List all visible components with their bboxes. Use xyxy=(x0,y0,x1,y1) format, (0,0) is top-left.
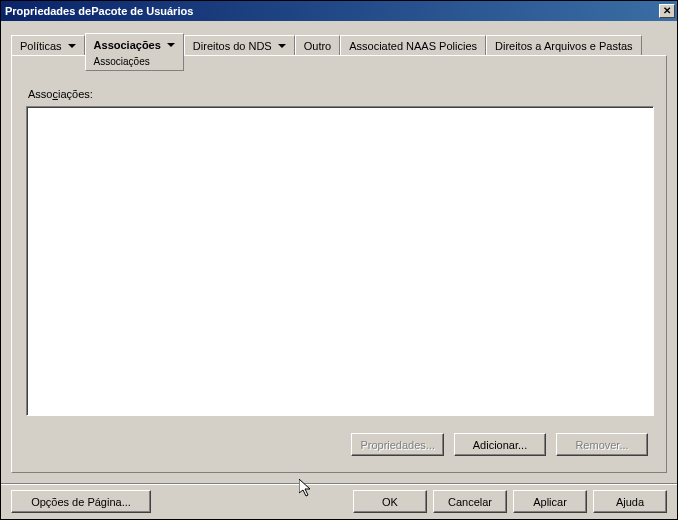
add-button[interactable]: Adicionar... xyxy=(454,433,546,456)
tab-label: Outro xyxy=(304,40,332,52)
page-options-button[interactable]: Opções de Página... xyxy=(11,490,151,513)
chevron-down-icon xyxy=(167,43,175,47)
button-label: Remover... xyxy=(575,439,628,451)
chevron-down-icon xyxy=(68,44,76,48)
tab-direitos-arquivos[interactable]: Direitos a Arquivos e Pastas xyxy=(486,35,642,55)
associations-label: Associações: xyxy=(28,88,93,100)
apply-button[interactable]: Aplicar xyxy=(513,490,587,513)
dialog-button-bar: Opções de Página... OK Cancelar Aplicar … xyxy=(1,483,677,519)
tab-label: Políticas xyxy=(20,40,62,52)
tab-associacoes[interactable]: Associações Associações xyxy=(85,33,184,55)
button-label: Propriedades... xyxy=(360,439,435,451)
titlebar: Propriedades dePacote de Usuários ✕ xyxy=(1,1,677,21)
tab-subtitle: Associações xyxy=(85,54,184,71)
tab-panel: Associações: Propriedades... Adicionar..… xyxy=(11,55,667,473)
tab-label: Associações xyxy=(94,39,161,51)
button-label: Adicionar... xyxy=(473,439,527,451)
associations-group: Associações: Propriedades... Adicionar..… xyxy=(22,74,658,464)
help-button[interactable]: Ajuda xyxy=(593,490,667,513)
chevron-down-icon xyxy=(278,44,286,48)
close-icon: ✕ xyxy=(663,6,671,16)
tab-strip: Políticas Associações Associações Direit… xyxy=(11,35,642,55)
tab-politicas[interactable]: Políticas xyxy=(11,35,85,55)
button-label: Cancelar xyxy=(448,496,492,508)
list-buttons-row: Propriedades... Adicionar... Remover... xyxy=(351,433,648,456)
cancel-button[interactable]: Cancelar xyxy=(433,490,507,513)
properties-button: Propriedades... xyxy=(351,433,444,456)
tab-naas-policies[interactable]: Associated NAAS Policies xyxy=(340,35,486,55)
tab-outro[interactable]: Outro xyxy=(295,35,341,55)
close-button[interactable]: ✕ xyxy=(659,4,675,18)
button-label: Ajuda xyxy=(616,496,644,508)
dialog-window: Propriedades dePacote de Usuários ✕ Polí… xyxy=(0,0,678,520)
tab-label: Associated NAAS Policies xyxy=(349,40,477,52)
ok-button[interactable]: OK xyxy=(353,490,427,513)
button-label: Aplicar xyxy=(533,496,567,508)
tab-label: Direitos a Arquivos e Pastas xyxy=(495,40,633,52)
window-title: Propriedades dePacote de Usuários xyxy=(5,5,193,17)
button-label: Opções de Página... xyxy=(31,496,131,508)
remove-button: Remover... xyxy=(556,433,648,456)
tab-label: Direitos do NDS xyxy=(193,40,272,52)
button-label: OK xyxy=(382,496,398,508)
associations-listbox[interactable] xyxy=(26,106,654,416)
tab-direitos-nds[interactable]: Direitos do NDS xyxy=(184,35,295,55)
